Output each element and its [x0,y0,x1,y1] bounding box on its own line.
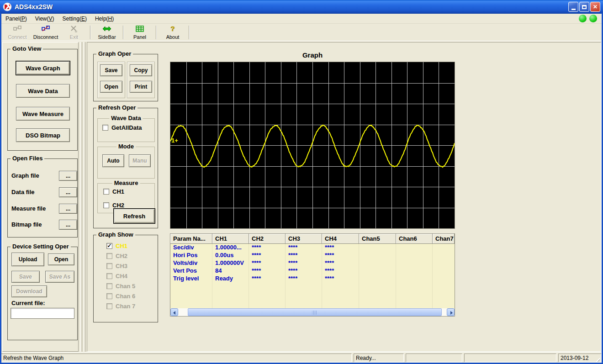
maximize-button[interactable] [579,2,589,12]
column-header-ch4[interactable]: CH4 [322,234,359,244]
table-row[interactable]: Volts/div1.000000V************ [170,259,455,267]
scroll-right-arrow[interactable] [447,308,455,316]
graph-show-chan-5-checkbox[interactable] [106,283,112,289]
column-header-chan5[interactable]: Chan5 [359,234,396,244]
horizontal-scrollbar[interactable] [170,308,455,316]
measure-ch2-checkbox[interactable] [103,202,109,208]
graph-show-label: Chan 6 [116,293,135,300]
column-header-ch1[interactable]: CH1 [212,234,249,244]
mode-subgroup: Mode Auto Manu [97,147,155,179]
column-separator [285,244,286,309]
graph-show-ch4-checkbox[interactable] [106,273,112,279]
getalldata-checkbox-row[interactable]: GetAllData [102,124,142,131]
graph-show-label: CH2 [116,253,127,259]
graph-show-ch2-checkbox[interactable] [106,253,112,259]
device-save-button[interactable]: Save [11,271,40,283]
measure-ch1-row[interactable]: CH1 [103,188,124,195]
status-panel-0: Refresh the Wave Graph [1,353,352,362]
graph-show-label: CH3 [116,263,127,269]
close-button[interactable]: ✕ [590,2,600,12]
param-value-cell [433,275,455,283]
device-open-button[interactable]: Open [48,253,74,265]
goto-wave-data-button[interactable]: Wave Data [16,84,70,98]
resize-grip-icon[interactable] [594,357,600,362]
graph-open-button[interactable]: Open [100,81,122,93]
indicator-dot-icon [579,15,587,22]
param-name-cell: Vert Pos [170,267,212,275]
minimize-button[interactable] [568,2,578,12]
graph-show-label: CH1 [116,243,127,249]
scroll-left-arrow[interactable] [170,308,178,316]
param-value-cell [433,267,455,275]
graph-show-ch2-row[interactable]: CH2 [106,253,127,259]
table-row[interactable]: Vert Pos84************ [170,267,455,275]
graph-show-ch1-row[interactable]: ✓CH1 [106,243,127,249]
goto-dso-bitmap-button[interactable]: DSO Bitmap [16,128,70,142]
goto-wave-graph-button[interactable]: Wave Graph [16,61,70,75]
param-value-cell: **** [249,252,286,259]
column-header-chan6[interactable]: Chan6 [396,234,433,244]
splitter-bar[interactable] [80,42,82,352]
graph-show-chan-7-checkbox[interactable] [106,303,112,309]
graph-show-ch3-checkbox[interactable] [106,263,112,269]
browse-graph-file-button[interactable]: ... [59,171,77,181]
table-row[interactable]: Hori Pos0.00us************ [170,252,455,259]
graph-show-label: Chan 5 [116,283,135,290]
graph-show-chan-6-checkbox[interactable] [106,293,112,299]
graph-show-ch4-row[interactable]: CH4 [106,273,127,279]
browse-measure-file-button[interactable]: ... [59,204,77,214]
toolbar-panel-button[interactable]: Panel [126,25,154,40]
graph-show-ch1-checkbox[interactable]: ✓ [106,243,112,249]
device-save-as-button[interactable]: Save As [45,271,74,283]
graph-oper-title: Graph Oper [96,50,133,57]
mode-manu-button[interactable]: Manu [129,154,151,167]
toolbar-sidebar-button[interactable]: SideBar [93,25,121,40]
device-download-button[interactable]: Download [11,285,47,297]
column-header-param-na-[interactable]: Param Na... [170,234,212,244]
graph-print-button[interactable]: Print [130,81,152,93]
graph-save-button[interactable]: Save [100,64,122,76]
column-header-ch3[interactable]: CH3 [286,234,322,244]
toolbar-connect-button[interactable]: Connect [3,25,32,40]
column-separator [432,244,433,309]
table-row[interactable]: Sec/div1.00000...************ [170,244,455,252]
measure-ch2-row[interactable]: CH2 [103,202,124,208]
menu-help[interactable]: Help(H) [91,15,118,23]
toolbar-disconnect-button[interactable]: Disconnect [32,25,60,40]
graph-show-chan-7-row[interactable]: Chan 7 [106,303,135,309]
param-value-cell: **** [322,259,359,267]
splitter-bar[interactable] [84,42,85,352]
menu-setting[interactable]: Setting(E) [58,15,91,23]
graph-show-chan-5-row[interactable]: Chan 5 [106,283,135,289]
app-window: ADS4xx2SW ✕ Panel(P)View(V)Setting(E)Hel… [0,0,603,364]
toolbar-about-button[interactable]: ?About [159,25,187,40]
column-header-ch2[interactable]: CH2 [249,234,286,244]
param-value-cell [359,267,396,275]
svg-text:?: ? [170,25,175,32]
graph-show-chan-6-row[interactable]: Chan 6 [106,293,135,299]
table-row[interactable]: Trig levelReady************ [170,275,455,283]
browse-bitmap-file-button[interactable]: ... [59,220,77,230]
toolbar: ConnectDisconnectExitSideBarPanel?About [1,24,602,41]
toolbar-exit-button[interactable]: Exit [60,25,88,40]
mode-auto-button[interactable]: Auto [102,154,124,167]
toolbar-button-label: About [166,34,180,40]
current-file-input[interactable] [11,308,74,319]
measure-ch1-checkbox[interactable] [103,189,109,195]
column-header-chan7[interactable]: Chan7 [433,234,455,244]
param-value-cell [396,259,433,267]
refresh-button[interactable]: Refresh [114,209,155,223]
status-panel-3 [464,353,556,362]
browse-data-file-button[interactable]: ... [59,187,77,197]
graph-show-ch3-row[interactable]: CH3 [106,263,127,269]
menu-view[interactable]: View(V) [31,15,58,23]
menu-panel[interactable]: Panel(P) [1,15,31,23]
goto-wave-measure-button[interactable]: Wave Measure [16,107,70,121]
graph-copy-button[interactable]: Copy [130,64,152,76]
param-value-cell: **** [322,275,359,283]
scrollbar-thumb[interactable] [188,308,442,316]
toolbar-separator [189,26,190,39]
getalldata-checkbox[interactable] [102,125,108,131]
device-upload-button[interactable]: Upload [11,253,44,266]
about-icon: ? [169,25,176,34]
